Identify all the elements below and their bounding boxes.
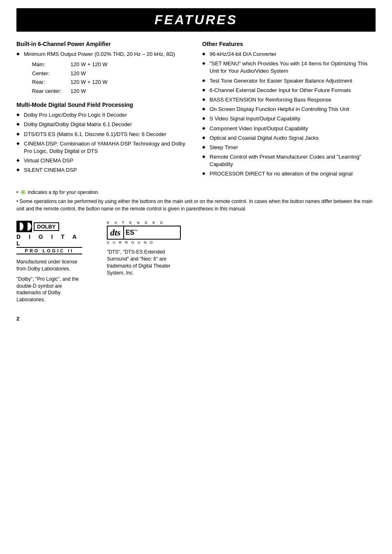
list-item: "SET MENU" which Provides You with 14 It… (202, 60, 376, 75)
value-cell: 120 W (71, 87, 116, 95)
dts-surround-text: S U R R O U N D (107, 240, 181, 245)
label-cell: Main: (32, 60, 70, 69)
dts-text: dts (108, 226, 124, 239)
list-item: Minimum RMS Output Power (0.02% THD, 20 … (16, 51, 190, 96)
section1-list: Minimum RMS Output Power (0.02% THD, 20 … (16, 51, 190, 96)
page-number: 2 (16, 316, 376, 322)
list-item: DTS/DTS ES (Matrix 6.1, Discrete 6.1)/DT… (16, 131, 190, 138)
dolby-box-text: DOLBY (34, 222, 59, 231)
list-item: PROCESSOR DIRECT for no alteration of th… (202, 170, 376, 178)
dts-right: ES™ (124, 226, 139, 239)
list-item: Dolby Digital/Dolby Digital Matrix 6.1 D… (16, 121, 190, 128)
value-cell: 120 W + 120 W (71, 78, 116, 86)
page-header: FEATURES (16, 8, 376, 32)
tip-icon: • ✳️ (16, 189, 26, 195)
list-item: 96-kHz/24-bit D/A Converter (202, 51, 376, 58)
table-row: Rear center: 120 W (32, 87, 116, 95)
dts-logo: E X T E N D E D dts ES™ S U R R O U N D … (107, 221, 181, 276)
dolby-desc2: "Dolby", "Pro Logic", and the double-D s… (16, 276, 82, 303)
dolby-top-row: DOLBY (16, 221, 59, 232)
list-item: Virtual CINEMA DSP (16, 157, 190, 164)
list-item: Sleep Timer (202, 144, 376, 151)
main-content: Built-in 6-Channel Power Amplifier Minim… (16, 41, 376, 180)
tip-text: indicates a tip for your operation. (28, 189, 99, 195)
table-row: Center: 120 W (32, 69, 116, 78)
notes-section: • ✳️ indicates a tip for your operation.… (16, 188, 376, 213)
list-item: S Video Signal Input/Output Capability (202, 115, 376, 122)
svg-rect-3 (25, 222, 28, 231)
list-item: Optical and Coaxial Digital Audio Signal… (202, 134, 376, 142)
right-column: Other Features 96-kHz/24-bit D/A Convert… (202, 41, 376, 180)
dolby-desc1: Manufactured under license from Dolby La… (16, 259, 82, 272)
dts-extended-text: E X T E N D E D (107, 221, 181, 225)
list-item: Remote Control with Preset Manufacturer … (202, 153, 376, 168)
general-note: • Some operations can be performed by us… (16, 198, 376, 212)
list-item: Dolby Pro Logic/Dolby Pro Logic II Decod… (16, 111, 190, 119)
list-item: CINEMA DSP: Combination of YAMAHA DSP Te… (16, 140, 190, 155)
section1-title: Built-in 6-Channel Power Amplifier (16, 41, 190, 47)
dolby-digital-text: D I G I T A L (16, 233, 82, 247)
svg-rect-2 (17, 222, 20, 231)
value-cell: 120 W (71, 69, 116, 78)
tip-note: • ✳️ indicates a tip for your operation. (16, 188, 376, 196)
dts-main-box: dts ES™ (107, 226, 181, 240)
list-item: On Screen Display Function Helpful in Co… (202, 106, 376, 113)
bullet: • (16, 199, 20, 204)
logos-section: DOLBY D I G I T A L PRO LOGIC II Manufac… (16, 221, 376, 303)
table-row: Rear: 120 W + 120 W (32, 78, 116, 86)
dolby-prologic-text: PRO LOGIC II (16, 247, 82, 254)
dolby-logo: DOLBY D I G I T A L PRO LOGIC II Manufac… (16, 221, 82, 303)
other-features-list: 96-kHz/24-bit D/A Converter "SET MENU" w… (202, 51, 376, 178)
section2-title: Multi-Mode Digital Sound Field Processin… (16, 102, 190, 108)
list-item: 6-Channel External Decoder Input for Oth… (202, 87, 376, 94)
list-item: SILENT CINEMA DSP (16, 166, 190, 174)
label-cell: Center: (32, 69, 70, 78)
section2-list: Dolby Pro Logic/Dolby Pro Logic II Decod… (16, 111, 190, 174)
list-item: Component Video Input/Output Capability (202, 125, 376, 132)
label-cell: Rear: (32, 78, 70, 86)
other-features-title: Other Features (202, 41, 376, 47)
list-item: Test Tone Generator for Easier Speaker B… (202, 77, 376, 85)
list-item: BASS EXTENSION for Reinforcing Bass Resp… (202, 96, 376, 104)
table-row: Main: 120 W + 120 W (32, 60, 116, 69)
left-column: Built-in 6-Channel Power Amplifier Minim… (16, 41, 190, 180)
label-cell: Rear center: (32, 87, 70, 95)
dts-desc1: "DTS", "DTS-ES Extended Surround" and "N… (107, 249, 181, 276)
note-text: Some operations can be performed by usin… (16, 199, 373, 212)
power-table: Main: 120 W + 120 W Center: 120 W Rear: … (31, 60, 117, 96)
page-title: FEATURES (16, 12, 376, 28)
value-cell: 120 W + 120 W (71, 60, 116, 69)
dolby-dd-symbol (16, 221, 32, 232)
dts-es-text: ES™ (126, 229, 138, 236)
